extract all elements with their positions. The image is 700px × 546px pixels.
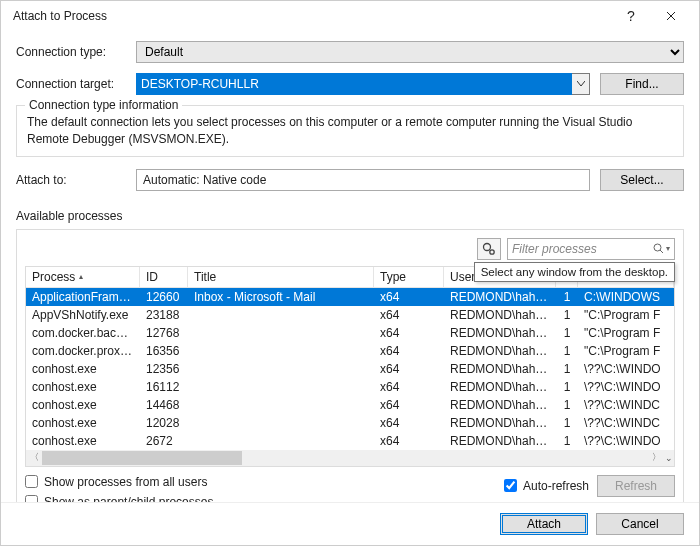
close-icon	[666, 11, 676, 21]
filter-dropdown-icon[interactable]: ▾	[666, 244, 670, 253]
table-cell: REDMOND\hahole	[444, 344, 556, 358]
table-cell: 14468	[140, 398, 188, 412]
process-table-body: ApplicationFrameHo...12660Inbox - Micros…	[26, 288, 674, 450]
table-cell: \??\C:\WINDC	[578, 416, 674, 430]
horizontal-scrollbar[interactable]: 〈 〉 ⌄	[26, 450, 674, 466]
table-cell: ApplicationFrameHo...	[26, 290, 140, 304]
table-row[interactable]: com.docker.proxy.exe16356x64REDMOND\haho…	[26, 342, 674, 360]
search-icon	[653, 243, 664, 254]
attach-button[interactable]: Attach	[500, 513, 588, 535]
find-button[interactable]: Find...	[600, 73, 684, 95]
filter-placeholder: Filter processes	[512, 242, 653, 256]
table-cell: REDMOND\hahole	[444, 398, 556, 412]
auto-refresh-checkbox[interactable]: Auto-refresh	[504, 479, 589, 493]
column-title[interactable]: Title	[188, 267, 374, 287]
scroll-left-icon[interactable]: 〈	[26, 451, 42, 464]
table-cell: REDMOND\hahole	[444, 380, 556, 394]
table-cell: \??\C:\WINDC	[578, 398, 674, 412]
table-cell: 1	[556, 398, 578, 412]
table-cell: x64	[374, 308, 444, 322]
connection-target-label: Connection target:	[16, 77, 136, 91]
select-code-type-button[interactable]: Select...	[600, 169, 684, 191]
table-cell: REDMOND\hahole	[444, 416, 556, 430]
table-cell: com.docker.backend...	[26, 326, 140, 340]
svg-point-2	[654, 244, 661, 251]
show-all-users-checkbox[interactable]: Show processes from all users	[25, 475, 504, 489]
scroll-right-icon[interactable]: 〉	[648, 451, 664, 464]
table-cell: 2672	[140, 434, 188, 448]
select-window-tooltip: Select any window from the desktop.	[474, 262, 675, 282]
connection-target-input[interactable]	[136, 73, 572, 95]
help-button[interactable]: ?	[611, 2, 651, 30]
table-cell: "C:\Program F	[578, 326, 674, 340]
table-cell: x64	[374, 434, 444, 448]
table-row[interactable]: conhost.exe2672x64REDMOND\hahole1\??\C:\…	[26, 432, 674, 450]
table-cell: 1	[556, 416, 578, 430]
table-row[interactable]: AppVShNotify.exe23188x64REDMOND\hahole1"…	[26, 306, 674, 324]
chevron-down-icon	[577, 81, 585, 87]
column-id[interactable]: ID	[140, 267, 188, 287]
table-row[interactable]: com.docker.backend...12768x64REDMOND\hah…	[26, 324, 674, 342]
table-cell: x64	[374, 326, 444, 340]
cancel-button[interactable]: Cancel	[596, 513, 684, 535]
table-row[interactable]: conhost.exe14468x64REDMOND\hahole1\??\C:…	[26, 396, 674, 414]
close-button[interactable]	[651, 2, 691, 30]
scroll-thumb[interactable]	[42, 451, 242, 465]
table-cell: \??\C:\WINDO	[578, 362, 674, 376]
table-cell: Inbox - Microsoft - Mail	[188, 290, 374, 304]
table-cell: "C:\Program F	[578, 344, 674, 358]
table-cell: x64	[374, 344, 444, 358]
table-cell: x64	[374, 362, 444, 376]
show-parent-child-checkbox[interactable]: Show as parent/child processes	[25, 495, 504, 502]
select-window-button[interactable]	[477, 238, 501, 260]
table-cell: com.docker.proxy.exe	[26, 344, 140, 358]
table-cell: REDMOND\hahole	[444, 362, 556, 376]
column-process[interactable]: Process▴	[26, 267, 140, 287]
refresh-button[interactable]: Refresh	[597, 475, 675, 497]
table-row[interactable]: conhost.exe16112x64REDMOND\hahole1\??\C:…	[26, 378, 674, 396]
table-cell: \??\C:\WINDO	[578, 434, 674, 448]
table-cell: REDMOND\hahole	[444, 434, 556, 448]
table-cell: 1	[556, 362, 578, 376]
process-table: Process▴ ID Title Type User Name S Appli…	[25, 266, 675, 467]
filter-processes-input[interactable]: Filter processes ▾	[507, 238, 675, 260]
dialog-actions: Attach Cancel	[1, 502, 699, 545]
table-cell: 16112	[140, 380, 188, 394]
table-cell: 12768	[140, 326, 188, 340]
table-row[interactable]: conhost.exe12028x64REDMOND\hahole1\??\C:…	[26, 414, 674, 432]
crosshair-icon	[482, 242, 496, 256]
table-cell: 16356	[140, 344, 188, 358]
table-cell: conhost.exe	[26, 362, 140, 376]
table-row[interactable]: conhost.exe12356x64REDMOND\hahole1\??\C:…	[26, 360, 674, 378]
table-cell: 12660	[140, 290, 188, 304]
connection-target-dropdown[interactable]	[572, 73, 590, 95]
table-cell: REDMOND\hahole	[444, 290, 556, 304]
table-cell: AppVShNotify.exe	[26, 308, 140, 322]
svg-point-1	[490, 249, 494, 253]
table-cell: C:\WINDOWS	[578, 290, 674, 304]
column-type[interactable]: Type	[374, 267, 444, 287]
connection-info-text: The default connection lets you select p…	[27, 114, 673, 148]
attach-to-value: Automatic: Native code	[136, 169, 590, 191]
table-cell: 1	[556, 308, 578, 322]
table-row[interactable]: ApplicationFrameHo...12660Inbox - Micros…	[26, 288, 674, 306]
table-cell: conhost.exe	[26, 416, 140, 430]
table-cell: 1	[556, 434, 578, 448]
connection-type-label: Connection type:	[16, 45, 136, 59]
connection-type-select[interactable]: Default	[136, 41, 684, 63]
sort-asc-icon: ▴	[79, 272, 83, 281]
available-processes-label: Available processes	[16, 209, 684, 223]
table-cell: conhost.exe	[26, 434, 140, 448]
table-cell: \??\C:\WINDO	[578, 380, 674, 394]
table-cell: 1	[556, 326, 578, 340]
table-cell: conhost.exe	[26, 380, 140, 394]
table-cell: 12028	[140, 416, 188, 430]
table-cell: x64	[374, 398, 444, 412]
table-cell: 23188	[140, 308, 188, 322]
table-cell: x64	[374, 290, 444, 304]
scroll-down-marker: ⌄	[664, 453, 674, 463]
table-cell: 1	[556, 380, 578, 394]
svg-point-0	[484, 243, 491, 250]
connection-info-group: Connection type information The default …	[16, 105, 684, 157]
attach-to-label: Attach to:	[16, 173, 136, 187]
